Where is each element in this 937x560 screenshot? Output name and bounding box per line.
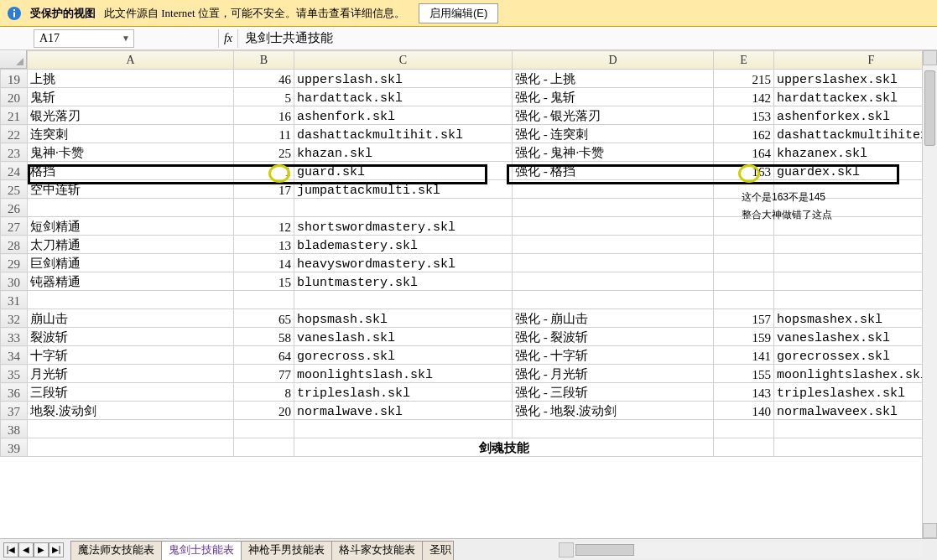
row-header[interactable]: 25 (1, 180, 28, 199)
col-header[interactable]: B (234, 51, 294, 70)
cell[interactable]: 8 (234, 383, 294, 402)
table-row[interactable]: 24格挡1guard.skl强化 - 格挡163guardex.skl (1, 162, 938, 180)
cell[interactable]: 46 (234, 70, 294, 88)
cell[interactable]: vaneslashex.skl (774, 328, 938, 346)
cell[interactable]: guardex.skl (774, 162, 938, 180)
table-row[interactable]: 22连突刺11dashattackmultihit.skl强化 - 连突刺162… (1, 125, 938, 143)
scroll-thumb[interactable] (924, 70, 935, 146)
table-row[interactable]: 20鬼斩5hardattack.skl强化 - 鬼斩142hardattacke… (1, 88, 938, 106)
table-row[interactable]: 32崩山击65hopsmash.skl强化 - 崩山击157hopsmashex… (1, 309, 938, 328)
sheet-tab[interactable]: 鬼剑士技能表 (161, 541, 242, 561)
row-header[interactable]: 32 (1, 309, 28, 328)
cell[interactable]: 银光落刃 (28, 106, 234, 125)
cell[interactable] (294, 420, 513, 438)
cell[interactable]: 强化 - 裂波斩 (513, 328, 714, 346)
cell[interactable]: blademastery.skl (294, 236, 513, 254)
cell[interactable] (513, 199, 714, 217)
row-header[interactable]: 29 (1, 254, 28, 272)
col-header[interactable]: E (714, 51, 774, 70)
cell[interactable]: 强化 - 崩山击 (513, 309, 714, 328)
cell[interactable]: khazan.skl (294, 143, 513, 162)
row-header[interactable]: 35 (1, 365, 28, 383)
cell[interactable] (774, 254, 938, 272)
cell[interactable] (714, 420, 774, 438)
cell[interactable] (513, 291, 714, 309)
cell[interactable]: 14 (234, 254, 294, 272)
row-header[interactable]: 24 (1, 162, 28, 180)
table-row[interactable]: 30钝器精通15bluntmastery.skl (1, 272, 938, 291)
cell[interactable] (714, 438, 774, 457)
cell[interactable]: hardattack.skl (294, 88, 513, 106)
cell[interactable]: 十字斩 (28, 346, 234, 365)
cell[interactable]: 15 (234, 272, 294, 291)
cell[interactable] (234, 420, 294, 438)
cell[interactable]: 58 (234, 328, 294, 346)
cell[interactable]: tripleslashex.skl (774, 383, 938, 402)
cell[interactable]: 141 (714, 346, 774, 365)
cell[interactable]: moonlightslash.skl (294, 365, 513, 383)
cell[interactable]: 鬼神·卡赞 (28, 143, 234, 162)
cell[interactable]: 上挑 (28, 70, 234, 88)
table-row[interactable]: 31 (1, 291, 938, 309)
cell[interactable]: upperslash.skl (294, 70, 513, 88)
sheet-tab[interactable]: 格斗家女技能表 (331, 541, 423, 561)
cell[interactable] (774, 291, 938, 309)
cell[interactable]: 连突刺 (28, 125, 234, 143)
cell[interactable]: 巨剑精通 (28, 254, 234, 272)
cell[interactable]: 空中连斩 (28, 180, 234, 199)
cell[interactable] (28, 291, 234, 309)
cell[interactable]: 地裂.波动剑 (28, 402, 234, 420)
col-header[interactable]: A (28, 51, 234, 70)
cell[interactable]: 64 (234, 346, 294, 365)
cell[interactable]: gorecross.skl (294, 346, 513, 365)
cell[interactable] (294, 199, 513, 217)
formula-input[interactable]: 鬼剑士共通技能 (238, 30, 937, 46)
row-header[interactable]: 27 (1, 217, 28, 236)
tab-nav-first[interactable]: |◀ (3, 542, 18, 557)
cell[interactable]: 强化 - 连突刺 (513, 125, 714, 143)
cell[interactable]: 25 (234, 143, 294, 162)
sheet-tab[interactable]: 圣职 (422, 541, 454, 561)
cell[interactable] (294, 291, 513, 309)
cell[interactable]: 格挡 (28, 162, 234, 180)
row-header[interactable]: 37 (1, 402, 28, 420)
cell[interactable] (714, 254, 774, 272)
cell[interactable]: hopsmash.skl (294, 309, 513, 328)
scroll-left-button[interactable] (559, 542, 574, 557)
table-row[interactable]: 38 (1, 420, 938, 438)
cell[interactable]: jumpattackmulti.skl (294, 180, 513, 199)
sheet-tab[interactable]: 魔法师女技能表 (70, 541, 162, 561)
cell[interactable] (714, 291, 774, 309)
horizontal-scrollbar[interactable] (559, 542, 922, 557)
cell[interactable] (513, 180, 714, 199)
fx-label[interactable]: fx (218, 29, 238, 48)
cell[interactable]: 剑魂技能 (294, 438, 714, 457)
cell[interactable]: upperslashex.skl (774, 70, 938, 88)
cell[interactable] (28, 199, 234, 217)
cell[interactable]: 153 (714, 106, 774, 125)
table-row[interactable]: 34十字斩64gorecross.skl强化 - 十字斩141gorecross… (1, 346, 938, 365)
chevron-down-icon[interactable]: ▼ (122, 34, 130, 43)
cell[interactable]: gorecrossex.skl (774, 346, 938, 365)
cell[interactable]: tripleslash.skl (294, 383, 513, 402)
row-header[interactable]: 23 (1, 143, 28, 162)
table-row[interactable]: 29巨剑精通14heavyswordmastery.skl (1, 254, 938, 272)
cell[interactable]: 强化 - 上挑 (513, 70, 714, 88)
row-header[interactable]: 38 (1, 420, 28, 438)
cell[interactable]: khazanex.skl (774, 143, 938, 162)
name-box[interactable]: A17 ▼ (34, 29, 134, 48)
sheet-tab[interactable]: 神枪手男技能表 (241, 541, 332, 561)
cell[interactable]: dashattackmultihitex (774, 125, 938, 143)
cell[interactable]: 159 (714, 328, 774, 346)
cell[interactable]: 鬼斩 (28, 88, 234, 106)
table-row[interactable]: 21银光落刃16ashenfork.skl强化 - 银光落刃153ashenfo… (1, 106, 938, 125)
cell[interactable] (774, 236, 938, 254)
cell[interactable]: vaneslash.skl (294, 328, 513, 346)
cell[interactable]: 17 (234, 180, 294, 199)
cell[interactable] (513, 217, 714, 236)
scroll-down-button[interactable] (923, 523, 937, 538)
cell[interactable]: 11 (234, 125, 294, 143)
cell[interactable]: 太刀精通 (28, 236, 234, 254)
cell[interactable]: 强化 - 三段斩 (513, 383, 714, 402)
cell[interactable]: 钝器精通 (28, 272, 234, 291)
